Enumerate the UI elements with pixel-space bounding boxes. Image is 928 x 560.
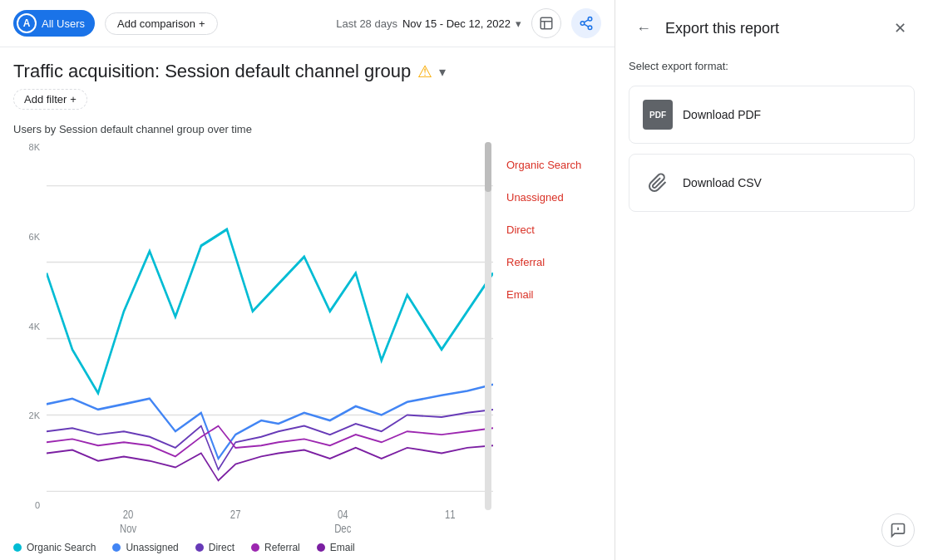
svg-line-5	[584, 20, 588, 22]
chart-svg-area: 20 27 04 11 Nov Dec	[47, 142, 493, 535]
user-avatar: A	[17, 13, 37, 33]
legend-item-email: Email	[317, 542, 355, 553]
right-legend-direct: Direct	[506, 224, 601, 236]
legend-dot-organic	[13, 543, 22, 552]
svg-text:04: 04	[338, 508, 348, 522]
right-legend-unassigned: Unassigned	[506, 191, 601, 204]
legend-item-direct: Direct	[195, 542, 234, 553]
pdf-icon: PDF	[643, 100, 673, 130]
right-legend-organic: Organic Search	[506, 159, 601, 171]
legend-label-referral: Referral	[264, 542, 300, 553]
add-filter-label: Add filter	[24, 93, 67, 106]
share-button[interactable]	[571, 8, 601, 38]
add-comparison-label: Add comparison	[117, 17, 195, 30]
legend-dot-referral	[251, 543, 259, 552]
y-label-2k: 2K	[29, 410, 40, 420]
export-subtitle: Select export format:	[629, 60, 915, 72]
y-label-0: 0	[35, 500, 40, 510]
close-button[interactable]: ✕	[885, 13, 915, 43]
download-pdf-option[interactable]: PDF Download PDF	[629, 86, 915, 144]
legend-label-organic: Organic Search	[27, 542, 96, 553]
close-icon: ✕	[894, 19, 906, 37]
svg-rect-0	[541, 17, 552, 29]
chart-type-button[interactable]	[531, 8, 561, 38]
y-label-4k: 4K	[29, 322, 40, 332]
user-segment-badge[interactable]: A All Users	[13, 10, 95, 37]
svg-text:Nov: Nov	[120, 522, 137, 535]
legend-label-direct: Direct	[209, 542, 234, 553]
right-legend: Organic Search Unassigned Direct Referra…	[493, 142, 601, 535]
export-header: ← Export this report ✕	[629, 13, 915, 43]
svg-text:20: 20	[123, 508, 134, 522]
legend-item-referral: Referral	[251, 542, 300, 553]
download-pdf-label: Download PDF	[683, 108, 761, 121]
date-range-value: Nov 15 - Dec 12, 2022	[402, 17, 511, 30]
user-segment-label: All Users	[42, 17, 85, 30]
legend-dot-direct	[195, 543, 204, 552]
warning-icon: ⚠	[417, 61, 432, 81]
plus-icon: +	[199, 17, 205, 30]
page-title: Traffic acquisition: Session default cha…	[13, 61, 411, 82]
legend-item-organic: Organic Search	[13, 542, 96, 553]
chart-area: 8K 6K 4K 2K 0	[13, 142, 601, 535]
download-csv-option[interactable]: Download CSV	[629, 154, 915, 212]
back-arrow-icon: ←	[636, 20, 651, 37]
csv-icon	[643, 168, 673, 198]
chart-legend: Organic Search Unassigned Direct Referra…	[13, 535, 601, 560]
filter-bar: Add filter +	[0, 89, 615, 116]
y-axis-labels: 8K 6K 4K 2K 0	[13, 142, 47, 535]
right-legend-referral: Referral	[506, 256, 601, 268]
download-csv-label: Download CSV	[683, 176, 762, 189]
top-bar: A All Users Add comparison + Last 28 day…	[0, 0, 615, 47]
feedback-button[interactable]	[881, 513, 915, 547]
title-dropdown-icon[interactable]: ▾	[439, 64, 446, 80]
svg-text:27: 27	[230, 508, 241, 522]
plus-icon: +	[70, 93, 77, 106]
svg-text:Dec: Dec	[334, 522, 352, 535]
svg-point-1	[588, 17, 592, 22]
legend-item-unassigned: Unassigned	[112, 542, 178, 553]
line-chart: 20 27 04 11 Nov Dec	[47, 142, 493, 535]
date-range-selector[interactable]: Last 28 days Nov 15 - Dec 12, 2022 ▾	[336, 17, 521, 30]
date-prefix: Last 28 days	[336, 17, 397, 30]
svg-line-4	[584, 24, 588, 27]
svg-text:11: 11	[445, 508, 456, 522]
chart-container: Users by Session default channel group o…	[0, 116, 615, 560]
add-comparison-button[interactable]: Add comparison +	[105, 12, 218, 35]
chart-title: Users by Session default channel group o…	[13, 123, 601, 135]
legend-label-email: Email	[330, 542, 355, 553]
back-button[interactable]: ←	[629, 13, 659, 43]
scrollbar-track[interactable]	[485, 142, 491, 510]
scrollbar-thumb[interactable]	[485, 142, 491, 192]
right-legend-email: Email	[506, 288, 601, 301]
add-filter-button[interactable]: Add filter +	[13, 89, 87, 110]
export-panel: ← Export this report ✕ Select export for…	[615, 0, 928, 560]
chevron-down-icon: ▾	[516, 17, 521, 30]
svg-point-2	[580, 22, 585, 26]
y-label-6k: 6K	[29, 232, 40, 242]
legend-label-unassigned: Unassigned	[126, 542, 178, 553]
page-header: Traffic acquisition: Session default cha…	[0, 47, 615, 89]
y-label-8k: 8K	[29, 142, 40, 152]
svg-point-3	[588, 26, 592, 30]
export-panel-title: Export this report	[665, 20, 885, 37]
legend-dot-email	[317, 543, 325, 552]
legend-dot-unassigned	[112, 543, 121, 552]
